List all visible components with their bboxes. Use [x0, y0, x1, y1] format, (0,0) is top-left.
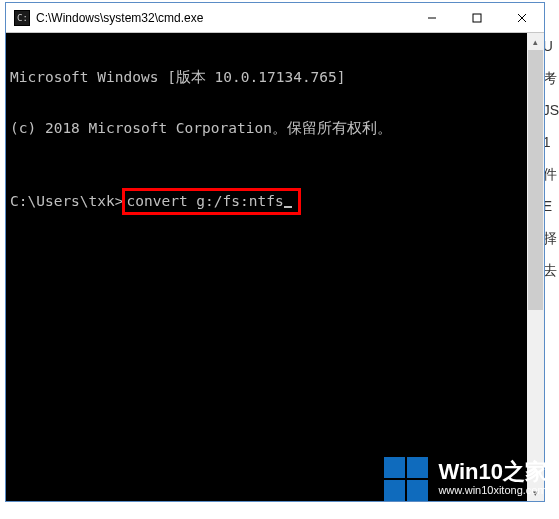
scroll-up-arrow-icon[interactable]: ▴ [527, 33, 544, 50]
cmd-icon: C: [14, 10, 30, 26]
watermark: Win10之家 www.win10xitong.com [384, 457, 547, 501]
command-highlight: convert g:/fs:ntfs [122, 188, 301, 215]
command-text: convert g:/fs:ntfs [127, 193, 284, 209]
svg-text:C:: C: [17, 13, 28, 23]
text-cursor [284, 206, 292, 208]
console-line: (c) 2018 Microsoft Corporation。保留所有权利。 [10, 120, 540, 137]
prompt-line: C:\Users\txk>convert g:/fs:ntfs [10, 188, 540, 215]
maximize-button[interactable] [454, 3, 499, 32]
svg-rect-4 [473, 14, 481, 22]
titlebar[interactable]: C: C:\Windows\system32\cmd.exe [6, 3, 544, 33]
console-output[interactable]: Microsoft Windows [版本 10.0.17134.765] (c… [6, 33, 544, 501]
minimize-button[interactable] [409, 3, 454, 32]
watermark-text: Win10之家 www.win10xitong.com [438, 461, 547, 497]
scroll-thumb[interactable] [528, 50, 543, 310]
window-title: C:\Windows\system32\cmd.exe [36, 11, 409, 25]
window-controls [409, 3, 544, 32]
close-button[interactable] [499, 3, 544, 32]
vertical-scrollbar[interactable]: ▴ ▾ [527, 33, 544, 501]
watermark-subtitle: www.win10xitong.com [438, 483, 547, 497]
watermark-title: Win10之家 [438, 461, 547, 483]
prompt-text: C:\Users\txk> [10, 193, 124, 210]
cmd-window: C: C:\Windows\system32\cmd.exe Microsoft… [5, 2, 545, 502]
windows-logo-icon [384, 457, 428, 501]
console-line: Microsoft Windows [版本 10.0.17134.765] [10, 69, 540, 86]
